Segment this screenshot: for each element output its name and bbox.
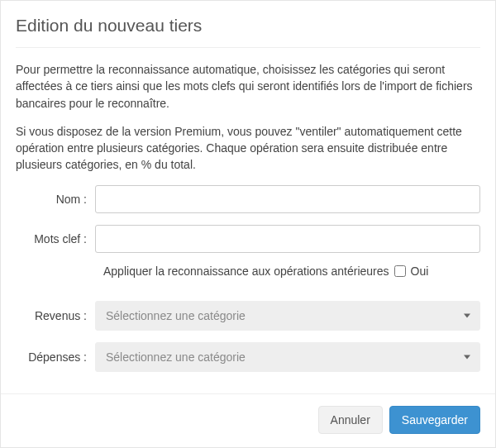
expenses-select[interactable]: Sélectionnez une catégorie	[95, 342, 480, 372]
name-input[interactable]	[95, 185, 480, 213]
label-expenses: Dépenses :	[16, 350, 95, 364]
label-name: Nom :	[16, 193, 95, 206]
help-paragraph-2: Si vous disposez de la version Premium, …	[16, 123, 480, 174]
help-paragraph-1: Pour permettre la reconnaissance automat…	[16, 61, 480, 112]
modal-footer: Annuler Sauvegarder	[1, 393, 495, 446]
save-button[interactable]: Sauvegarder	[389, 406, 480, 434]
row-revenues: Revenus : Sélectionnez une catégorie	[16, 301, 480, 331]
row-expenses: Dépenses : Sélectionnez une catégorie	[16, 342, 480, 372]
expenses-select-placeholder: Sélectionnez une catégorie	[106, 350, 246, 364]
help-text: Pour permettre la reconnaissance automat…	[16, 61, 480, 174]
modal-title: Edition du nouveau tiers	[16, 16, 480, 36]
row-apply-previous: Appliquer la reconnaissance aux opératio…	[103, 265, 480, 278]
row-name: Nom :	[16, 185, 480, 213]
keywords-input[interactable]	[95, 225, 480, 253]
apply-previous-checkbox[interactable]	[394, 265, 406, 277]
cancel-button[interactable]: Annuler	[318, 406, 383, 434]
revenues-select-wrap: Sélectionnez une catégorie	[95, 301, 480, 331]
label-keywords: Mots clef :	[16, 232, 95, 245]
row-keywords: Mots clef :	[16, 225, 480, 253]
title-divider	[16, 47, 480, 48]
label-revenues: Revenus :	[16, 309, 95, 322]
revenues-select[interactable]: Sélectionnez une catégorie	[95, 301, 480, 331]
revenues-select-placeholder: Sélectionnez une catégorie	[106, 309, 246, 322]
apply-previous-label: Appliquer la reconnaissance aux opératio…	[103, 265, 389, 278]
expenses-select-wrap: Sélectionnez une catégorie	[95, 342, 480, 372]
modal-body: Edition du nouveau tiers Pour permettre …	[1, 1, 495, 372]
apply-previous-yes: Oui	[411, 265, 429, 278]
